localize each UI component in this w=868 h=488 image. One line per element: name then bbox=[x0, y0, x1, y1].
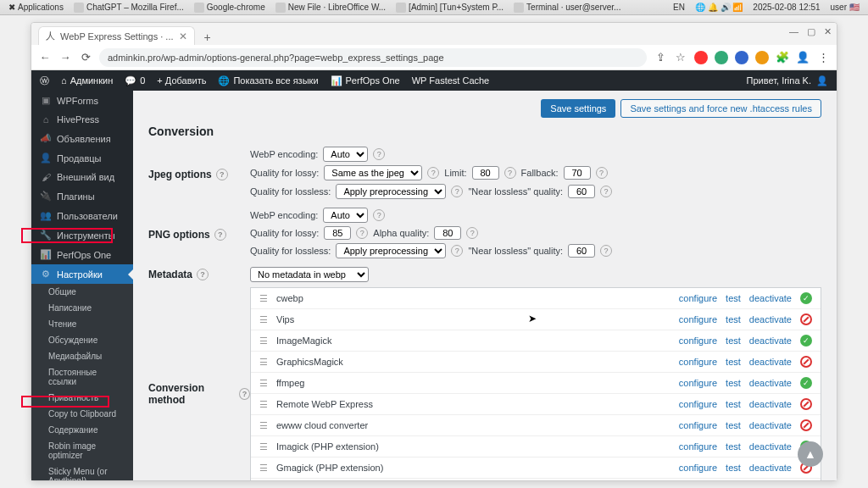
drag-icon[interactable]: ☰ bbox=[259, 463, 268, 474]
drag-icon[interactable]: ☰ bbox=[259, 378, 268, 389]
deactivate-link[interactable]: deactivate bbox=[749, 336, 792, 346]
test-link[interactable]: test bbox=[726, 441, 741, 452]
help-icon[interactable]: ? bbox=[504, 167, 516, 179]
extension-icon[interactable] bbox=[755, 51, 769, 64]
submenu-item[interactable]: Содержание bbox=[31, 422, 133, 438]
greeting[interactable]: Привет, Irina K. bbox=[747, 75, 811, 86]
deactivate-link[interactable]: deactivate bbox=[749, 420, 792, 430]
configure-link[interactable]: configure bbox=[679, 314, 717, 324]
configure-link[interactable]: configure bbox=[679, 336, 717, 346]
submenu-item[interactable]: Написание bbox=[31, 300, 133, 316]
site-name[interactable]: ⌂ Админкин bbox=[61, 75, 113, 86]
user-label[interactable]: user 🇺🇸 bbox=[826, 3, 865, 12]
drag-icon[interactable]: ☰ bbox=[259, 399, 268, 410]
configure-link[interactable]: configure bbox=[679, 357, 717, 367]
drag-icon[interactable]: ☰ bbox=[259, 314, 268, 325]
deactivate-link[interactable]: deactivate bbox=[749, 441, 792, 452]
sidebar-item[interactable]: 👤Продавцы bbox=[31, 148, 133, 168]
jpeg-encoding-select[interactable]: Auto bbox=[323, 147, 368, 162]
taskbar-app-0[interactable]: ChatGPT – Mozilla Firef... bbox=[69, 3, 189, 13]
help-icon[interactable]: ? bbox=[600, 186, 612, 197]
save-force-button[interactable]: Save settings and force new .htaccess ru… bbox=[620, 99, 821, 118]
help-icon[interactable]: ? bbox=[600, 245, 612, 257]
help-icon[interactable]: ? bbox=[373, 148, 385, 160]
extension-icon[interactable] bbox=[735, 51, 748, 64]
submenu-item[interactable]: Copy to Clipboard bbox=[31, 406, 133, 422]
sidebar-item-settings[interactable]: ⚙ Настройки bbox=[31, 264, 133, 284]
url-field[interactable]: adminkin.pro/wp-admin/options-general.ph… bbox=[99, 48, 647, 67]
sidebar-item[interactable]: 🔌Плагины bbox=[31, 186, 133, 206]
jpeg-fallback-input[interactable] bbox=[564, 166, 591, 180]
configure-link[interactable]: configure bbox=[679, 441, 717, 452]
drag-icon[interactable]: ☰ bbox=[259, 420, 268, 431]
help-icon[interactable]: ? bbox=[451, 245, 463, 257]
window-maximize[interactable]: ▢ bbox=[807, 26, 815, 37]
submenu-item[interactable]: Robin image optimizer bbox=[31, 438, 133, 463]
png-alpha-input[interactable] bbox=[434, 226, 461, 240]
browser-tab[interactable]: 人 WebP Express Settings · ... ✕ bbox=[38, 26, 195, 45]
drag-icon[interactable]: ☰ bbox=[259, 441, 268, 452]
taskbar-app-1[interactable]: Google-chrome bbox=[189, 3, 270, 13]
submenu-item[interactable]: Обсуждение bbox=[31, 332, 133, 348]
extension-icon[interactable] bbox=[715, 51, 728, 64]
help-icon[interactable]: ? bbox=[596, 167, 608, 179]
deactivate-link[interactable]: deactivate bbox=[749, 378, 792, 388]
avatar-icon[interactable]: 👤 bbox=[816, 75, 828, 86]
sidebar-item[interactable]: 📣Объявления bbox=[31, 129, 133, 148]
sidebar-item[interactable]: ⌂HivePress bbox=[31, 110, 133, 129]
jpeg-nearlossless-input[interactable] bbox=[568, 185, 595, 198]
png-nearlossless-input[interactable] bbox=[568, 244, 595, 258]
test-link[interactable]: test bbox=[726, 420, 741, 430]
test-link[interactable]: test bbox=[726, 293, 741, 303]
help-icon[interactable]: ? bbox=[427, 167, 439, 179]
close-tab-icon[interactable]: ✕ bbox=[179, 30, 187, 42]
perfops-menu[interactable]: 📊 PerfOps One bbox=[331, 75, 400, 86]
help-icon[interactable]: ? bbox=[466, 227, 478, 239]
extension-icon[interactable] bbox=[694, 51, 708, 64]
configure-link[interactable]: configure bbox=[679, 463, 717, 473]
sidebar-item[interactable]: 🖌Внешний вид bbox=[31, 168, 133, 186]
back-icon[interactable]: ← bbox=[38, 51, 52, 64]
scroll-top-button[interactable]: ▲ bbox=[798, 441, 823, 467]
profile-icon[interactable]: 👤 bbox=[796, 51, 810, 64]
png-encoding-select[interactable]: Auto bbox=[323, 208, 368, 223]
test-link[interactable]: test bbox=[726, 463, 741, 473]
drag-icon[interactable]: ☰ bbox=[259, 293, 268, 304]
sidebar-item[interactable]: ▣WPForms bbox=[31, 91, 133, 110]
show-langs[interactable]: 🌐 Показать все языки bbox=[218, 75, 318, 86]
add-new[interactable]: + Добавить bbox=[157, 75, 206, 86]
submenu-item[interactable]: Sticky Menu (or Anything!) bbox=[31, 463, 133, 480]
submenu-item[interactable]: Чтение bbox=[31, 316, 133, 332]
tray-icons[interactable]: 🌐 🔔 🔊 📶 bbox=[690, 3, 748, 12]
jpeg-quality-lossless-select[interactable]: Apply preprocessing bbox=[336, 184, 446, 199]
test-link[interactable]: test bbox=[726, 314, 741, 324]
help-icon[interactable]: ? bbox=[451, 186, 463, 197]
test-link[interactable]: test bbox=[726, 357, 741, 367]
taskbar-app-4[interactable]: Terminal · user@server... bbox=[509, 3, 626, 13]
forward-icon[interactable]: → bbox=[58, 51, 72, 64]
drag-icon[interactable]: ☰ bbox=[259, 357, 268, 368]
deactivate-link[interactable]: deactivate bbox=[749, 463, 792, 473]
help-icon[interactable]: ? bbox=[197, 269, 209, 280]
submenu-item[interactable]: Общие bbox=[31, 284, 133, 300]
menu-icon[interactable]: ⋮ bbox=[816, 51, 830, 64]
reload-icon[interactable]: ⟳ bbox=[79, 51, 92, 64]
lang-indicator[interactable]: EN bbox=[668, 3, 690, 12]
sidebar-item[interactable]: 📊PerfOps One bbox=[31, 245, 133, 264]
taskbar-app-2[interactable]: New File · LibreOffice W... bbox=[270, 3, 391, 13]
help-icon[interactable]: ? bbox=[239, 388, 250, 400]
configure-link[interactable]: configure bbox=[679, 399, 717, 409]
png-quality-lossy-input[interactable] bbox=[324, 226, 351, 240]
configure-link[interactable]: configure bbox=[679, 378, 717, 388]
applications-menu[interactable]: ✖ Applications bbox=[3, 3, 69, 12]
new-tab-button[interactable]: + bbox=[200, 30, 215, 45]
help-icon[interactable]: ? bbox=[214, 229, 226, 241]
bookmark-icon[interactable]: ☆ bbox=[674, 51, 687, 64]
configure-link[interactable]: configure bbox=[679, 420, 717, 430]
drag-icon[interactable]: ☰ bbox=[259, 336, 268, 347]
wpfc-menu[interactable]: WP Fastest Cache bbox=[412, 75, 490, 86]
deactivate-link[interactable]: deactivate bbox=[749, 293, 792, 303]
submenu-item[interactable]: Медиафайлы bbox=[31, 348, 133, 364]
jpeg-limit-input[interactable] bbox=[472, 166, 499, 180]
save-settings-button[interactable]: Save settings bbox=[541, 99, 615, 118]
